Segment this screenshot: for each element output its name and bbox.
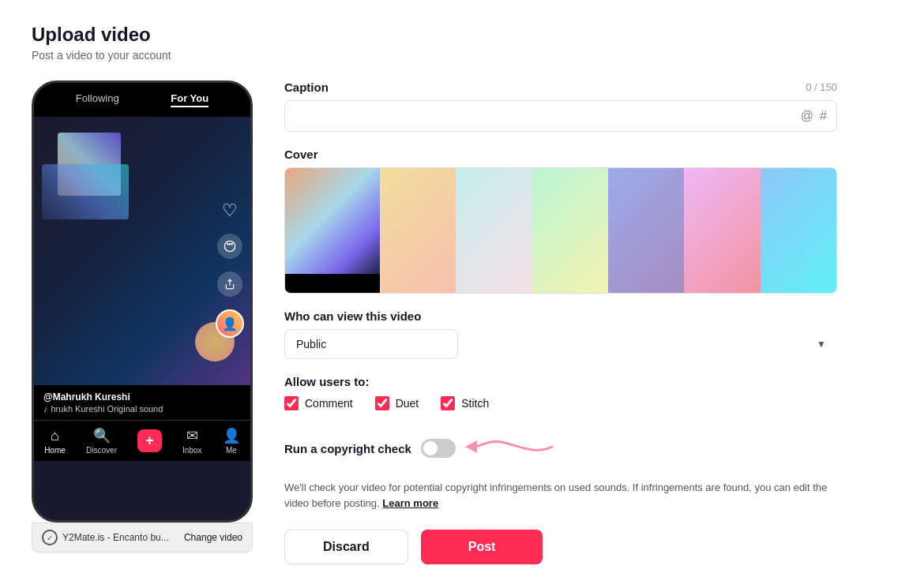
dropdown-arrow-icon: ▼: [817, 339, 826, 350]
checkboxes-row: Comment Duet Stitch: [284, 396, 837, 410]
checkbox-stitch-label: Stitch: [461, 397, 489, 410]
checkbox-comment[interactable]: [284, 396, 299, 410]
checkbox-duet[interactable]: [375, 396, 389, 410]
cover-selected[interactable]: [285, 168, 380, 293]
svg-point-0: [224, 241, 235, 251]
phone-top-bar: Following For You: [34, 83, 250, 117]
phone-sound-info: ♪ hrukh Kureshi Original sound: [43, 404, 241, 414]
nav-discover-label: Discover: [86, 446, 117, 455]
copyright-section: Run a copyright check: [284, 423, 837, 511]
sound-text: hrukh Kureshi Original sound: [51, 404, 163, 414]
nav-discover[interactable]: 🔍 Discover: [86, 427, 117, 455]
checkbox-comment-label: Comment: [305, 397, 353, 410]
cover-thumb-5[interactable]: [684, 168, 760, 293]
allow-users-label: Allow users to:: [284, 375, 837, 388]
me-icon: 👤: [223, 427, 240, 444]
caption-label: Caption: [284, 81, 329, 94]
phone-mockup-container: Following For You ♡: [32, 81, 253, 552]
at-button[interactable]: @: [801, 109, 813, 123]
cover-thumb-3[interactable]: [532, 168, 608, 293]
copyright-toggle[interactable]: [421, 439, 456, 458]
svg-point-3: [231, 244, 232, 245]
comment-icon[interactable]: [217, 234, 242, 259]
checkbox-stitch[interactable]: [441, 396, 455, 410]
checkbox-comment-item: Comment: [284, 396, 353, 410]
cover-thumbnails[interactable]: [380, 168, 836, 293]
arrow-annotation: [465, 423, 560, 474]
checkbox-duet-item: Duet: [375, 396, 419, 410]
post-button[interactable]: Post: [421, 530, 543, 564]
discard-button[interactable]: Discard: [284, 530, 408, 564]
copyright-desc-text: We'll check your video for potential cop…: [284, 481, 827, 509]
nav-home[interactable]: ⌂ Home: [44, 428, 66, 455]
phone-video-area: ♡ 👤: [34, 117, 250, 385]
share-icon[interactable]: [217, 272, 242, 297]
cover-thumb-1[interactable]: [380, 168, 456, 293]
toggle-slider: [421, 439, 456, 458]
caption-input-wrap: @ #: [284, 100, 837, 132]
home-icon: ⌂: [51, 428, 59, 444]
video-check-icon: ✓: [42, 530, 58, 545]
tab-for-you[interactable]: For You: [171, 92, 208, 107]
svg-point-2: [229, 244, 230, 245]
video-bar-left: ✓ Y2Mate.is - Encanto bu...: [42, 530, 169, 545]
copyright-label: Run a copyright check: [284, 442, 411, 455]
copyright-row: Run a copyright check: [284, 423, 837, 474]
caption-label-row: Caption 0 / 150: [284, 81, 837, 94]
side-icons: ♡ 👤: [216, 200, 244, 338]
phone-username: @Mahrukh Kureshi: [43, 391, 241, 403]
caption-icons: @ #: [801, 109, 827, 123]
view-dropdown[interactable]: Public Friends Private: [284, 329, 458, 359]
phone-bottom-info: @Mahrukh Kureshi ♪ hrukh Kureshi Origina…: [34, 385, 250, 420]
copyright-desc: We'll check your video for potential cop…: [284, 480, 837, 511]
nav-home-label: Home: [44, 446, 66, 455]
cover-label: Cover: [284, 148, 837, 161]
video-filename: Y2Mate.is - Encanto bu...: [62, 532, 169, 543]
char-count: 0 / 150: [806, 81, 837, 93]
cover-thumb-4[interactable]: [608, 168, 684, 293]
nav-me-label: Me: [226, 446, 237, 455]
cover-selected-bar: [285, 274, 380, 293]
change-video-button[interactable]: Change video: [184, 532, 242, 543]
inbox-icon: ✉: [186, 427, 198, 444]
nav-create[interactable]: +: [137, 429, 162, 452]
phone-mockup: Following For You ♡: [32, 81, 253, 522]
nav-inbox-label: Inbox: [182, 446, 201, 455]
checkbox-duet-label: Duet: [396, 397, 419, 410]
bottom-video-bar: ✓ Y2Mate.is - Encanto bu... Change video: [32, 522, 253, 552]
right-panel: Caption 0 / 150 @ # Cover: [284, 81, 837, 564]
caption-input[interactable]: [295, 110, 801, 122]
hash-button[interactable]: #: [820, 109, 827, 123]
cover-thumb-2[interactable]: [456, 168, 532, 293]
tab-following[interactable]: Following: [76, 92, 119, 107]
allow-users-section: Allow users to: Comment Duet Stitch: [284, 375, 837, 410]
svg-point-1: [227, 244, 228, 245]
phone-nav: ⌂ Home 🔍 Discover + ✉ Inbox 👤 Me: [34, 420, 250, 461]
page-title: Upload video: [32, 24, 877, 46]
action-buttons: Discard Post: [284, 530, 837, 564]
cover-strip[interactable]: [284, 167, 837, 294]
plus-icon[interactable]: +: [137, 429, 162, 452]
page-subtitle: Post a video to your account: [32, 49, 877, 62]
nav-inbox[interactable]: ✉ Inbox: [182, 427, 201, 455]
learn-more-link[interactable]: Learn more: [382, 497, 438, 509]
heart-icon[interactable]: ♡: [222, 200, 238, 221]
nav-me[interactable]: 👤 Me: [223, 427, 240, 455]
view-dropdown-wrap: Public Friends Private ▼: [284, 329, 837, 359]
checkbox-stitch-item: Stitch: [441, 396, 489, 410]
discover-icon: 🔍: [93, 427, 111, 444]
avatar-icon: 👤: [216, 309, 244, 338]
who-can-view-label: Who can view this video: [284, 309, 837, 323]
arrow-svg: [465, 423, 560, 470]
music-icon: ♪: [43, 404, 48, 414]
cover-thumb-6[interactable]: [761, 168, 836, 293]
